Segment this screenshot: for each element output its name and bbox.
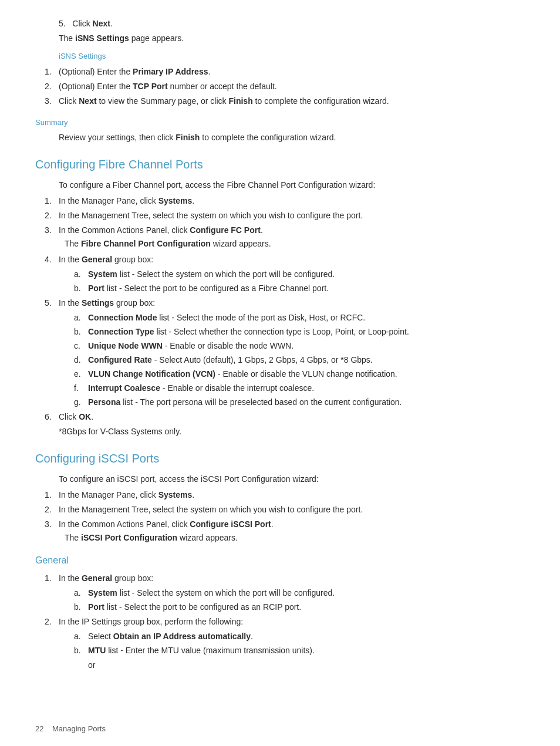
fc-step5d: Configured Rate - Select Auto (default),… xyxy=(59,354,525,366)
step-5-note: The iSNS Settings page appears. xyxy=(35,32,525,45)
fc-step4b: Port list - Select the port to be config… xyxy=(59,282,525,295)
fc-port-bold: Port xyxy=(88,283,104,293)
isns-item-1: (Optional) Enter the Primary IP Address. xyxy=(35,66,525,78)
fc-systems-bold: Systems xyxy=(158,196,193,205)
general-step1-alpha: System list - Select the system on which… xyxy=(59,587,525,613)
summary-finish-bold: Finish xyxy=(176,133,200,142)
isns-settings-list: (Optional) Enter the Primary IP Address.… xyxy=(35,66,525,107)
iscsi-steps-list: In the Manager Pane, click Systems. In t… xyxy=(35,489,525,544)
general-system-bold: System xyxy=(88,588,117,598)
fc-step-5: In the Settings group box: Connection Mo… xyxy=(35,297,525,409)
step-5: 5. Click Next. xyxy=(35,18,525,30)
fc-rate-bold: Configured Rate xyxy=(88,355,152,364)
iscsi-intro: To configure an iSCSI port, access the i… xyxy=(35,473,525,485)
or-text: or xyxy=(88,660,95,670)
iscsi-step-1: In the Manager Pane, click Systems. xyxy=(35,489,525,501)
finish-bold: Finish xyxy=(228,96,252,106)
fc-system-bold: System xyxy=(88,269,117,279)
general-step1a: System list - Select the system on which… xyxy=(59,587,525,599)
fc-section: Configuring Fibre Channel Ports To confi… xyxy=(35,156,525,438)
isns-settings-heading: iSNS Settings xyxy=(35,50,525,62)
general-step-1: In the General group box: System list - … xyxy=(35,572,525,613)
fc-wwn-bold: Unique Node WWN xyxy=(88,341,163,350)
fc-conn-mode-bold: Connection Mode xyxy=(88,313,157,322)
fc-vcn-bold: VLUN Change Notification (VCN) xyxy=(88,369,215,379)
fc-step-3: In the Common Actions Panel, click Confi… xyxy=(35,224,525,250)
fc-step5g: Persona list - The port persona will be … xyxy=(59,396,525,409)
fc-steps-list: In the Manager Pane, click Systems. In t… xyxy=(35,195,525,423)
isns-settings-bold: iSNS Settings xyxy=(75,33,129,43)
isns-settings-section: iSNS Settings (Optional) Enter the Prima… xyxy=(35,50,525,107)
general-section: General In the General group box: System… xyxy=(35,553,525,671)
iscsi-section: Configuring iSCSI Ports To configure an … xyxy=(35,450,525,544)
fc-general-bold: General xyxy=(82,255,112,264)
fc-intro: To configure a Fiber Channel port, acces… xyxy=(35,179,525,191)
step-5-number: 5. Click Next. xyxy=(59,19,113,28)
next-bold: Next xyxy=(79,96,96,106)
fc-step5c: Unique Node WWN - Enable or disable the … xyxy=(59,340,525,352)
step-5-bold: Next xyxy=(93,19,110,28)
primary-ip-bold: Primary IP Address xyxy=(133,67,208,76)
general-step2b: MTU list - Enter the MTU value (maximum … xyxy=(59,644,525,671)
footer-page-number: 22 xyxy=(35,724,43,733)
iscsi-step-3: In the Common Actions Panel, click Confi… xyxy=(35,518,525,544)
fc-step-1: In the Manager Pane, click Systems. xyxy=(35,195,525,207)
top-section: 5. Click Next. The iSNS Settings page ap… xyxy=(35,18,525,45)
isns-item-3: Click Next to view the Summary page, or … xyxy=(35,95,525,107)
fc-step5a: Connection Mode list - Select the mode o… xyxy=(59,312,525,324)
page-footer: 22 Managing Ports xyxy=(35,723,106,735)
iscsi-configure-bold: Configure iSCSI Port xyxy=(190,519,271,529)
fc-step5b: Connection Type list - Select whether th… xyxy=(59,326,525,338)
page-container: 5. Click Next. The iSNS Settings page ap… xyxy=(0,0,560,746)
fc-step5e: VLUN Change Notification (VCN) - Enable … xyxy=(59,368,525,380)
fc-wizard-bold: Fibre Channel Port Configuration xyxy=(81,239,211,248)
iscsi-wizard-bold: iSCSI Port Configuration xyxy=(81,533,177,542)
general-steps-list: In the General group box: System list - … xyxy=(35,572,525,671)
summary-heading: Summary xyxy=(35,117,525,129)
or-text-container: or xyxy=(88,659,525,671)
general-heading: General xyxy=(35,553,525,568)
summary-section: Summary Review your settings, then click… xyxy=(35,117,525,144)
iscsi-heading: Configuring iSCSI Ports xyxy=(35,450,525,467)
iscsi-systems-bold: Systems xyxy=(158,490,193,499)
mtu-bold: MTU xyxy=(88,646,106,655)
general-general-bold: General xyxy=(82,573,112,583)
footer-section-title: Managing Ports xyxy=(52,724,106,733)
fc-step-4: In the General group box: System list - … xyxy=(35,254,525,295)
obtain-ip-bold: Obtain an IP Address automatically xyxy=(113,632,251,641)
isns-item-2: (Optional) Enter the TCP Port number or … xyxy=(35,80,525,93)
general-step2a: Select Obtain an IP Address automaticall… xyxy=(59,630,525,643)
fc-step-2: In the Management Tree, select the syste… xyxy=(35,210,525,222)
fc-conn-type-bold: Connection Type xyxy=(88,327,154,336)
step-5-note-text: The iSNS Settings page appears. xyxy=(59,33,184,43)
fc-settings-bold: Settings xyxy=(82,298,114,308)
general-step-2: In the IP Settings group box, perform th… xyxy=(35,616,525,671)
iscsi-step3-note: The iSCSI Port Configuration wizard appe… xyxy=(59,532,525,544)
fc-step5f: Interrupt Coalesce - Enable or disable t… xyxy=(59,382,525,394)
summary-body: Review your settings, then click Finish … xyxy=(35,131,525,144)
fc-configure-bold: Configure FC Port xyxy=(190,225,261,235)
fc-step-6: Click OK. xyxy=(35,411,525,423)
fc-step4a: System list - Select the system on which… xyxy=(59,268,525,281)
iscsi-step-2: In the Management Tree, select the syste… xyxy=(35,504,525,516)
fc-persona-bold: Persona xyxy=(88,397,120,407)
general-step1b: Port list - Select the port to be config… xyxy=(59,601,525,613)
fc-step5-alpha: Connection Mode list - Select the mode o… xyxy=(59,312,525,409)
fc-step3-note: The Fibre Channel Port Configuration wiz… xyxy=(59,238,525,250)
fc-footnote: *8Gbps for V-Class Systems only. xyxy=(35,426,525,438)
fc-interrupt-bold: Interrupt Coalesce xyxy=(88,383,160,393)
fc-step4-alpha: System list - Select the system on which… xyxy=(59,268,525,295)
fc-ok-bold: OK xyxy=(79,412,91,421)
tcp-port-bold: TCP Port xyxy=(133,82,168,91)
general-step2-alpha: Select Obtain an IP Address automaticall… xyxy=(59,630,525,671)
fc-heading: Configuring Fibre Channel Ports xyxy=(35,156,525,173)
general-port-bold: Port xyxy=(88,602,104,612)
